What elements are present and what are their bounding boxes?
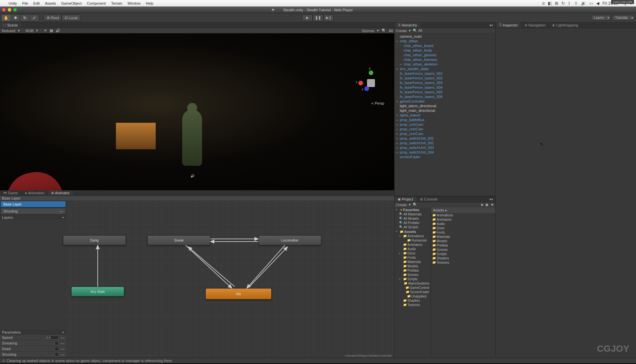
param-dead-checkbox[interactable] xyxy=(55,347,59,351)
param-sneaking[interactable]: Sneaking— xyxy=(0,341,66,346)
project-folder[interactable]: 📁Materials xyxy=(395,260,431,264)
hierarchy-item[interactable]: char_ethan_glasses xyxy=(395,53,495,57)
auto-live-link-toggle[interactable]: Auto Live Link xyxy=(611,0,634,4)
favorite-item[interactable]: 🔍All Scripts xyxy=(395,225,431,229)
hierarchy-item[interactable]: fx_laserFence_lasers_006 xyxy=(395,94,495,99)
project-folder[interactable]: 📁Unapplied xyxy=(395,294,431,298)
hierarchy-item[interactable]: fx_laserFence_lasers_003 xyxy=(395,80,495,85)
hierarchy-item[interactable]: light_main_directional xyxy=(395,108,495,113)
animator-graph[interactable]: Dying Sneak Locomotion Any State Idle xyxy=(66,201,394,357)
project-asset[interactable]: 📁Scripts xyxy=(431,252,495,256)
hierarchy-item[interactable]: ▸char_ethan xyxy=(395,39,495,43)
menu-edit[interactable]: Edit xyxy=(31,1,42,5)
project-search[interactable]: 🔍 xyxy=(413,203,417,207)
hierarchy-item[interactable]: ▸char_ethan_skeleton xyxy=(395,62,495,67)
project-asset[interactable]: 📁Animations xyxy=(431,213,495,217)
param-speed-value[interactable] xyxy=(45,336,59,340)
project-folder[interactable]: 📁Textures xyxy=(395,303,431,307)
add-parameter-button[interactable]: + xyxy=(62,330,64,334)
project-folder[interactable]: 📁ScreenFader xyxy=(395,290,431,294)
audio-toggle[interactable]: 🔊 xyxy=(56,28,60,33)
state-dying[interactable]: Dying xyxy=(63,235,126,245)
render-mode-dropdown[interactable]: Textured xyxy=(1,29,15,33)
project-asset[interactable]: 📁Shaders xyxy=(431,256,495,260)
breadcrumb-text[interactable]: Base Layer xyxy=(2,196,21,200)
hierarchy-tab[interactable]: ☰Hierarchy xyxy=(395,23,420,28)
game-tab[interactable]: 🎮Game xyxy=(0,190,21,196)
menu-gameobject[interactable]: GameObject xyxy=(59,1,84,5)
hierarchy-item[interactable]: ▸prop_cctvCam xyxy=(395,127,495,131)
scene-view[interactable]: 🔊 x y z ≺ Persp xyxy=(0,33,394,190)
project-tab[interactable]: ▣Project xyxy=(395,197,416,202)
param-speed[interactable]: Speed— xyxy=(0,335,66,341)
layers-dropdown[interactable]: Layers xyxy=(591,15,611,21)
project-folder[interactable]: 📁GameControl xyxy=(395,286,431,290)
hierarchy-item[interactable]: char_ethan_harness xyxy=(395,57,495,62)
project-asset[interactable]: 📁Animators xyxy=(431,217,495,222)
volume-icon[interactable]: 🔊 xyxy=(581,1,586,6)
hierarchy-item[interactable]: light_alarm_directional xyxy=(395,104,495,108)
param-dead[interactable]: Dead— xyxy=(0,346,66,352)
scale-tool[interactable]: ⤢ xyxy=(29,15,39,21)
gizmo-cube[interactable] xyxy=(367,79,375,87)
rotate-tool[interactable]: ↻ xyxy=(20,15,29,21)
project-asset[interactable]: 📁Done xyxy=(431,226,495,230)
hierarchy-item[interactable]: camera_main xyxy=(395,34,495,39)
state-idle[interactable]: Idle xyxy=(205,288,272,299)
lightmapping-tab[interactable]: ◐Lightmapping xyxy=(549,23,581,28)
state-anystate[interactable]: Any State xyxy=(71,287,124,296)
inspector-tab[interactable]: ⓘInspector xyxy=(496,22,521,28)
navigation-tab[interactable]: ⊞Navigation xyxy=(521,23,549,28)
menu-component[interactable]: Component xyxy=(84,1,109,5)
scene-tab[interactable]: ⬚Scene xyxy=(0,23,21,28)
project-folder[interactable]: ▾📁Animations xyxy=(395,234,431,238)
project-asset[interactable]: 📁Fonts xyxy=(431,230,495,235)
project-asset[interactable]: 📁Scenes xyxy=(431,248,495,252)
param-sneaking-checkbox[interactable] xyxy=(55,341,59,345)
hierarchy-item[interactable]: ▸prop_switchUnit_002 xyxy=(395,141,495,145)
pause-button[interactable]: ❚❚ xyxy=(313,15,323,21)
project-asset[interactable]: 📁Materials xyxy=(431,235,495,239)
project-folder[interactable]: 📁Animators xyxy=(395,243,431,247)
hierarchy-item[interactable]: ▸gameController xyxy=(395,99,495,104)
project-folder[interactable]: 📁Shaders xyxy=(395,298,431,303)
gizmo-y-axis[interactable] xyxy=(369,70,373,75)
project-folder[interactable]: 📁Models xyxy=(395,264,431,268)
menu-window[interactable]: Window xyxy=(125,1,143,5)
state-sneak[interactable]: Sneak xyxy=(147,235,210,245)
gizmo-z-axis[interactable] xyxy=(364,86,369,91)
light-toggle[interactable]: ☀ xyxy=(44,28,47,33)
animation-tab[interactable]: ◈Animation xyxy=(22,190,48,196)
rgb-dropdown[interactable]: RGB xyxy=(26,29,33,33)
gizmos-dropdown[interactable]: Gizmos xyxy=(362,29,374,33)
layer-shouting[interactable]: Shouting— xyxy=(0,208,66,214)
project-folder[interactable]: 📁Prefabs xyxy=(395,268,431,273)
hierarchy-item[interactable]: ▸prop_cctvCam xyxy=(395,122,495,127)
timemachine-icon[interactable]: ↻ xyxy=(561,1,565,6)
step-button[interactable]: ▶❙ xyxy=(323,15,334,21)
project-folder[interactable]: 📁Scenes xyxy=(395,273,431,277)
menu-assets[interactable]: Assets xyxy=(42,1,59,5)
gizmo-x-axis[interactable] xyxy=(358,81,363,85)
panel-menu-icon[interactable]: ▾≡ xyxy=(488,23,495,28)
project-asset[interactable]: 📁Models xyxy=(431,239,495,243)
layout-dropdown[interactable]: Tutorials xyxy=(612,15,635,21)
dropdown-icon[interactable]: ◀ xyxy=(596,1,599,6)
console-tab[interactable]: ▤Console xyxy=(417,197,441,202)
hierarchy-item[interactable]: ▸prop_switchUnit_003 xyxy=(395,145,495,150)
hierarchy-list[interactable]: camera_main▸char_ethanchar_ethan_boardch… xyxy=(395,33,495,196)
param-shouting-checkbox[interactable] xyxy=(55,352,59,356)
menu-terrain[interactable]: Terrain xyxy=(108,1,125,5)
hierarchy-item[interactable]: char_ethan_board xyxy=(395,43,495,48)
project-folder[interactable]: 📁Fonts xyxy=(395,255,431,260)
filter-icon[interactable]: ◈ xyxy=(481,203,483,207)
bluetooth-icon[interactable]: ᛒ xyxy=(568,1,570,6)
hierarchy-item[interactable]: ▸lights_baked xyxy=(395,113,495,117)
project-content[interactable]: Assets ▸ 📁Animations📁Animators📁Audio📁Don… xyxy=(431,207,495,358)
hierarchy-item[interactable]: char_ethan_body xyxy=(395,48,495,53)
assets-root[interactable]: ▾📁Assets xyxy=(395,229,431,234)
project-create-dropdown[interactable]: Create xyxy=(396,203,407,207)
project-folder[interactable]: 📁AlarmSystems xyxy=(395,281,431,286)
project-folder[interactable]: 📁Audio xyxy=(395,247,431,251)
add-layer-button[interactable]: + xyxy=(62,215,64,219)
